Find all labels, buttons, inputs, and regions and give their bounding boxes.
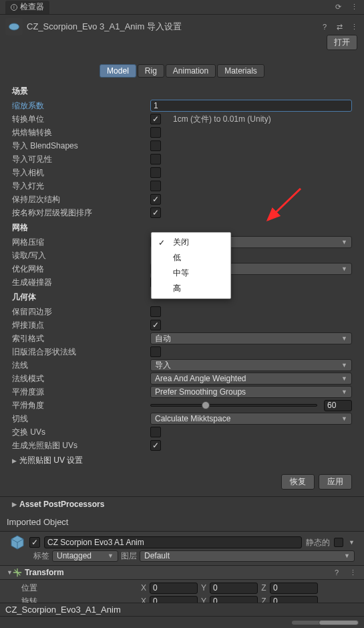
layer-dropdown[interactable]: Default▼: [140, 550, 355, 562]
static-label: 静态的: [306, 537, 330, 548]
normals-value: 导入: [155, 360, 171, 371]
gameobject-name-input[interactable]: [44, 536, 302, 548]
preset-icon[interactable]: ⇄: [335, 22, 344, 31]
colliders-label: 生成碰撞器: [12, 277, 150, 288]
smoothing-angle-value[interactable]: 60: [324, 400, 352, 411]
bake-axis-label: 烘焙轴转换: [12, 127, 150, 138]
normals-mode-dropdown[interactable]: Area And Angle Weighted▼: [150, 373, 352, 385]
weld-checkbox[interactable]: ✓: [150, 320, 161, 330]
normals-mode-label: 法线模式: [12, 373, 150, 385]
prefab-icon: [9, 534, 25, 550]
transform-label: Transform: [25, 568, 64, 577]
lights-checkbox[interactable]: [150, 181, 161, 191]
gen-lightmap-checkbox[interactable]: ✓: [150, 440, 161, 451]
transform-component-header[interactable]: ▼ Transform ? ⋮: [0, 565, 364, 580]
popup-item-off[interactable]: ✓关闭: [152, 235, 230, 250]
blendshapes-checkbox[interactable]: [150, 140, 161, 151]
chevron-down-icon[interactable]: ▼: [349, 539, 355, 546]
legacy-blend-label: 旧版混合形状法线: [12, 346, 150, 358]
smoothing-source-label: 平滑度源: [12, 387, 150, 398]
preview-zoom-slider[interactable]: [292, 621, 359, 625]
kebab-icon[interactable]: ⋮: [349, 3, 359, 12]
asset-header: CZ_Scorpion_Evo 3_A1_Anim 导入设置 ? ⇄ ⋮: [0, 15, 364, 39]
popup-item-medium[interactable]: 中等: [152, 266, 230, 281]
chevron-down-icon: ▼: [7, 569, 13, 576]
swap-uvs-label: 交换 UVs: [12, 427, 150, 438]
swap-uvs-checkbox[interactable]: [150, 427, 161, 437]
normals-dropdown[interactable]: 导入▼: [150, 359, 352, 371]
divider: [0, 496, 364, 497]
smoothing-angle-slider[interactable]: [150, 404, 317, 407]
tangents-value: Calculate Mikktspace: [155, 414, 230, 423]
apply-button[interactable]: 应用: [319, 474, 352, 490]
position-label: 位置: [9, 583, 138, 594]
index-format-dropdown[interactable]: 自动▼: [150, 332, 352, 344]
inspector-tab-label: 检查器: [20, 1, 44, 13]
normals-label: 法线: [12, 360, 150, 371]
cameras-checkbox[interactable]: [150, 167, 161, 178]
normals-mode-value: Area And Angle Weighted: [155, 374, 246, 383]
open-button[interactable]: 打开: [327, 35, 357, 50]
static-checkbox[interactable]: [334, 538, 343, 547]
tangents-dropdown[interactable]: Calculate Mikktspace▼: [150, 413, 352, 425]
tab-animation[interactable]: Animation: [166, 64, 216, 78]
layer-label: 图层: [121, 550, 137, 562]
convert-units-checkbox[interactable]: ✓: [150, 114, 161, 124]
help-icon[interactable]: ?: [332, 568, 341, 577]
tangents-label: 切线: [12, 413, 150, 425]
kebab-icon[interactable]: ⋮: [349, 22, 359, 31]
visibility-checkbox[interactable]: [150, 154, 161, 165]
inspector-window-header: i 检查器 ⟳ ⋮: [0, 0, 364, 15]
lightmap-settings-foldout[interactable]: ▶光照贴图 UV 设置: [12, 455, 352, 466]
popup-item-low[interactable]: 低: [152, 250, 230, 266]
chevron-down-icon: ▼: [108, 552, 114, 559]
gameobject-enabled-checkbox[interactable]: ✓: [29, 537, 40, 548]
transform-icon: [13, 568, 22, 577]
readwrite-label: 读取/写入: [12, 250, 150, 261]
tab-rig[interactable]: Rig: [138, 64, 164, 78]
smoothing-angle-label: 平滑角度: [12, 400, 150, 411]
popup-item-high[interactable]: 高: [152, 281, 230, 296]
bake-axis-checkbox[interactable]: [150, 127, 161, 138]
asset-title: CZ_Scorpion_Evo 3_A1_Anim 导入设置: [27, 21, 182, 33]
index-format-value: 自动: [155, 333, 171, 344]
sort-by-name-label: 按名称对层级视图排序: [12, 207, 150, 219]
preview-title: CZ_Scorpion_Evo3_A1_Anim: [0, 603, 364, 616]
help-icon[interactable]: ?: [320, 22, 329, 31]
lights-label: 导入灯光: [12, 181, 150, 192]
optimize-mesh-label: 优化网格: [12, 264, 150, 275]
preserve-hierarchy-checkbox[interactable]: ✓: [150, 194, 161, 205]
chevron-down-icon: ▼: [341, 362, 347, 369]
mesh-compression-label: 网格压缩: [12, 237, 150, 248]
kebab-icon[interactable]: ⋮: [348, 568, 357, 577]
preserve-hierarchy-label: 保持层次结构: [12, 194, 150, 205]
position-x-input[interactable]: [150, 583, 198, 594]
gen-lightmap-label: 生成光照贴图 UVs: [12, 440, 150, 451]
chevron-right-icon: ▶: [12, 457, 17, 464]
legacy-blend-checkbox[interactable]: [150, 346, 161, 357]
inspector-tab[interactable]: i 检查器: [5, 1, 49, 14]
scale-factor-input[interactable]: [150, 100, 352, 112]
revert-button[interactable]: 恢复: [281, 474, 315, 490]
index-format-label: 索引格式: [12, 333, 150, 344]
tab-materials[interactable]: Materials: [217, 64, 264, 78]
chevron-down-icon: ▼: [341, 335, 347, 342]
post-processors-foldout[interactable]: ▶Asset PostProcessors: [12, 500, 352, 509]
convert-units-hint: 1cm (文件) to 0.01m (Unity): [173, 114, 271, 125]
chevron-down-icon: ▼: [341, 389, 347, 395]
tag-dropdown[interactable]: Untagged▼: [52, 550, 118, 562]
chevron-down-icon: ▼: [341, 375, 347, 382]
sort-by-name-checkbox[interactable]: ✓: [150, 207, 161, 218]
position-z-input[interactable]: [270, 583, 318, 594]
tab-model[interactable]: Model: [100, 64, 136, 78]
imported-object-header: Imported Object: [0, 514, 364, 530]
position-y-input[interactable]: [210, 583, 258, 594]
importer-tabs: Model Rig Animation Materials: [0, 58, 364, 83]
chevron-down-icon: ▼: [344, 552, 350, 559]
asset-type-icon: [5, 18, 23, 35]
lock-icon[interactable]: ⟳: [333, 3, 343, 12]
section-scene-header: 场景: [12, 86, 352, 97]
check-icon: ✓: [158, 238, 168, 247]
smoothing-source-dropdown[interactable]: Prefer Smoothing Groups▼: [150, 386, 352, 398]
keep-quads-checkbox[interactable]: [150, 306, 161, 317]
